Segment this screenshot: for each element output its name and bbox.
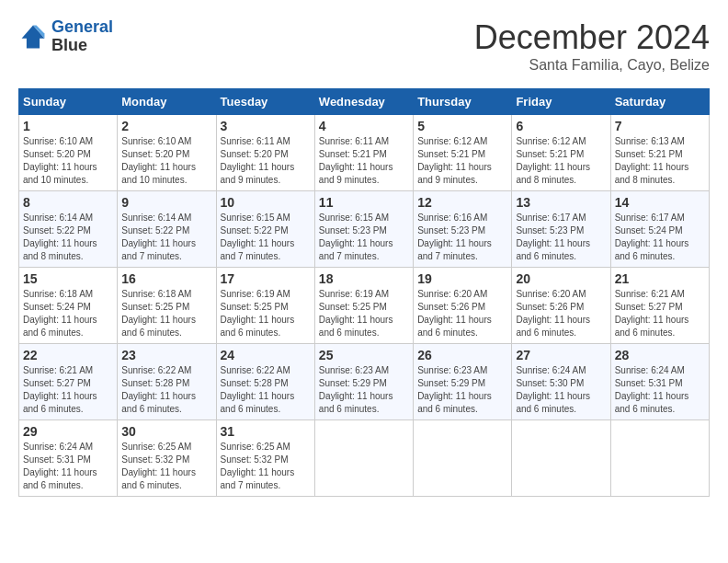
day-info: Sunrise: 6:15 AM Sunset: 5:23 PM Dayligh… xyxy=(319,212,409,263)
day-cell-13: 13 Sunrise: 6:17 AM Sunset: 5:23 PM Dayl… xyxy=(512,191,610,268)
logo: General Blue xyxy=(18,18,113,55)
day-cell-18: 18 Sunrise: 6:19 AM Sunset: 5:25 PM Dayl… xyxy=(314,268,413,344)
calendar-week-5: 29 Sunrise: 6:24 AM Sunset: 5:31 PM Dayl… xyxy=(19,420,710,497)
day-info: Sunrise: 6:22 AM Sunset: 5:28 PM Dayligh… xyxy=(221,364,311,416)
header-saturday: Saturday xyxy=(610,89,709,115)
day-info: Sunrise: 6:21 AM Sunset: 5:27 PM Dayligh… xyxy=(615,288,705,339)
day-cell-4: 4 Sunrise: 6:11 AM Sunset: 5:21 PM Dayli… xyxy=(314,115,413,191)
day-info: Sunrise: 6:20 AM Sunset: 5:26 PM Dayligh… xyxy=(417,288,507,339)
day-cell-16: 16 Sunrise: 6:18 AM Sunset: 5:25 PM Dayl… xyxy=(118,268,216,344)
header-friday: Friday xyxy=(512,89,610,115)
day-number: 30 xyxy=(121,424,211,439)
day-cell-3: 3 Sunrise: 6:11 AM Sunset: 5:20 PM Dayli… xyxy=(216,115,314,191)
day-cell-28: 28 Sunrise: 6:24 AM Sunset: 5:31 PM Dayl… xyxy=(610,344,709,420)
day-number: 16 xyxy=(121,271,211,286)
day-number: 26 xyxy=(417,348,507,362)
day-number: 17 xyxy=(221,271,311,286)
day-cell-14: 14 Sunrise: 6:17 AM Sunset: 5:24 PM Dayl… xyxy=(610,191,709,268)
day-number: 18 xyxy=(319,271,409,286)
month-title: December 2024 xyxy=(474,18,710,57)
day-number: 15 xyxy=(23,271,113,286)
day-info: Sunrise: 6:11 AM Sunset: 5:21 PM Dayligh… xyxy=(319,135,409,187)
empty-cell xyxy=(314,420,413,497)
day-info: Sunrise: 6:17 AM Sunset: 5:23 PM Dayligh… xyxy=(516,212,606,263)
day-cell-22: 22 Sunrise: 6:21 AM Sunset: 5:27 PM Dayl… xyxy=(19,344,118,420)
day-number: 12 xyxy=(417,195,507,210)
day-cell-29: 29 Sunrise: 6:24 AM Sunset: 5:31 PM Dayl… xyxy=(19,420,118,497)
day-number: 27 xyxy=(516,348,606,362)
empty-cell xyxy=(512,420,610,497)
day-number: 4 xyxy=(319,119,409,133)
day-number: 20 xyxy=(516,271,606,286)
day-number: 9 xyxy=(121,195,211,210)
day-number: 6 xyxy=(516,119,606,133)
day-number: 19 xyxy=(417,271,507,286)
day-info: Sunrise: 6:15 AM Sunset: 5:22 PM Dayligh… xyxy=(221,212,311,263)
day-info: Sunrise: 6:22 AM Sunset: 5:28 PM Dayligh… xyxy=(121,364,211,416)
day-info: Sunrise: 6:12 AM Sunset: 5:21 PM Dayligh… xyxy=(417,135,507,187)
title-area: December 2024 Santa Familia, Cayo, Beliz… xyxy=(474,18,710,74)
day-info: Sunrise: 6:19 AM Sunset: 5:25 PM Dayligh… xyxy=(319,288,409,339)
header-thursday: Thursday xyxy=(414,89,512,115)
logo-icon xyxy=(18,22,48,52)
day-info: Sunrise: 6:10 AM Sunset: 5:20 PM Dayligh… xyxy=(121,135,211,187)
day-info: Sunrise: 6:16 AM Sunset: 5:23 PM Dayligh… xyxy=(417,212,507,263)
day-cell-25: 25 Sunrise: 6:23 AM Sunset: 5:29 PM Dayl… xyxy=(314,344,413,420)
day-number: 22 xyxy=(23,348,113,362)
day-number: 13 xyxy=(516,195,606,210)
subtitle: Santa Familia, Cayo, Belize xyxy=(474,57,710,74)
calendar-week-4: 22 Sunrise: 6:21 AM Sunset: 5:27 PM Dayl… xyxy=(19,344,710,420)
day-cell-15: 15 Sunrise: 6:18 AM Sunset: 5:24 PM Dayl… xyxy=(19,268,118,344)
day-cell-30: 30 Sunrise: 6:25 AM Sunset: 5:32 PM Dayl… xyxy=(118,420,216,497)
day-number: 25 xyxy=(319,348,409,362)
calendar-week-1: 1 Sunrise: 6:10 AM Sunset: 5:20 PM Dayli… xyxy=(19,115,710,191)
day-cell-6: 6 Sunrise: 6:12 AM Sunset: 5:21 PM Dayli… xyxy=(512,115,610,191)
day-number: 11 xyxy=(319,195,409,210)
header-monday: Monday xyxy=(118,89,216,115)
day-info: Sunrise: 6:12 AM Sunset: 5:21 PM Dayligh… xyxy=(516,135,606,187)
day-number: 5 xyxy=(417,119,507,133)
day-info: Sunrise: 6:20 AM Sunset: 5:26 PM Dayligh… xyxy=(516,288,606,339)
day-info: Sunrise: 6:24 AM Sunset: 5:30 PM Dayligh… xyxy=(516,364,606,416)
day-number: 10 xyxy=(221,195,311,210)
day-number: 14 xyxy=(615,195,705,210)
day-number: 31 xyxy=(221,424,311,439)
day-cell-24: 24 Sunrise: 6:22 AM Sunset: 5:28 PM Dayl… xyxy=(216,344,314,420)
day-info: Sunrise: 6:19 AM Sunset: 5:25 PM Dayligh… xyxy=(221,288,311,339)
calendar-header-row: Sunday Monday Tuesday Wednesday Thursday… xyxy=(19,89,710,115)
day-info: Sunrise: 6:23 AM Sunset: 5:29 PM Dayligh… xyxy=(319,364,409,416)
calendar: Sunday Monday Tuesday Wednesday Thursday… xyxy=(18,88,710,497)
day-info: Sunrise: 6:24 AM Sunset: 5:31 PM Dayligh… xyxy=(615,364,705,416)
calendar-week-2: 8 Sunrise: 6:14 AM Sunset: 5:22 PM Dayli… xyxy=(19,191,710,268)
day-info: Sunrise: 6:25 AM Sunset: 5:32 PM Dayligh… xyxy=(221,441,311,492)
header-tuesday: Tuesday xyxy=(216,89,314,115)
day-info: Sunrise: 6:24 AM Sunset: 5:31 PM Dayligh… xyxy=(23,441,113,492)
day-info: Sunrise: 6:17 AM Sunset: 5:24 PM Dayligh… xyxy=(615,212,705,263)
day-cell-2: 2 Sunrise: 6:10 AM Sunset: 5:20 PM Dayli… xyxy=(118,115,216,191)
day-cell-17: 17 Sunrise: 6:19 AM Sunset: 5:25 PM Dayl… xyxy=(216,268,314,344)
day-cell-11: 11 Sunrise: 6:15 AM Sunset: 5:23 PM Dayl… xyxy=(314,191,413,268)
day-cell-7: 7 Sunrise: 6:13 AM Sunset: 5:21 PM Dayli… xyxy=(610,115,709,191)
day-info: Sunrise: 6:18 AM Sunset: 5:25 PM Dayligh… xyxy=(121,288,211,339)
day-cell-1: 1 Sunrise: 6:10 AM Sunset: 5:20 PM Dayli… xyxy=(19,115,118,191)
day-number: 29 xyxy=(23,424,113,439)
day-number: 3 xyxy=(221,119,311,133)
day-cell-26: 26 Sunrise: 6:23 AM Sunset: 5:29 PM Dayl… xyxy=(414,344,512,420)
header-wednesday: Wednesday xyxy=(314,89,413,115)
day-number: 24 xyxy=(221,348,311,362)
day-number: 1 xyxy=(23,119,113,133)
day-info: Sunrise: 6:13 AM Sunset: 5:21 PM Dayligh… xyxy=(615,135,705,187)
day-number: 28 xyxy=(615,348,705,362)
day-cell-23: 23 Sunrise: 6:22 AM Sunset: 5:28 PM Dayl… xyxy=(118,344,216,420)
calendar-week-3: 15 Sunrise: 6:18 AM Sunset: 5:24 PM Dayl… xyxy=(19,268,710,344)
day-cell-9: 9 Sunrise: 6:14 AM Sunset: 5:22 PM Dayli… xyxy=(118,191,216,268)
header: General Blue December 2024 Santa Familia… xyxy=(18,18,710,74)
day-info: Sunrise: 6:11 AM Sunset: 5:20 PM Dayligh… xyxy=(221,135,311,187)
day-cell-27: 27 Sunrise: 6:24 AM Sunset: 5:30 PM Dayl… xyxy=(512,344,610,420)
header-sunday: Sunday xyxy=(19,89,118,115)
day-info: Sunrise: 6:23 AM Sunset: 5:29 PM Dayligh… xyxy=(417,364,507,416)
day-info: Sunrise: 6:25 AM Sunset: 5:32 PM Dayligh… xyxy=(121,441,211,492)
day-number: 8 xyxy=(23,195,113,210)
day-cell-20: 20 Sunrise: 6:20 AM Sunset: 5:26 PM Dayl… xyxy=(512,268,610,344)
day-info: Sunrise: 6:14 AM Sunset: 5:22 PM Dayligh… xyxy=(121,212,211,263)
